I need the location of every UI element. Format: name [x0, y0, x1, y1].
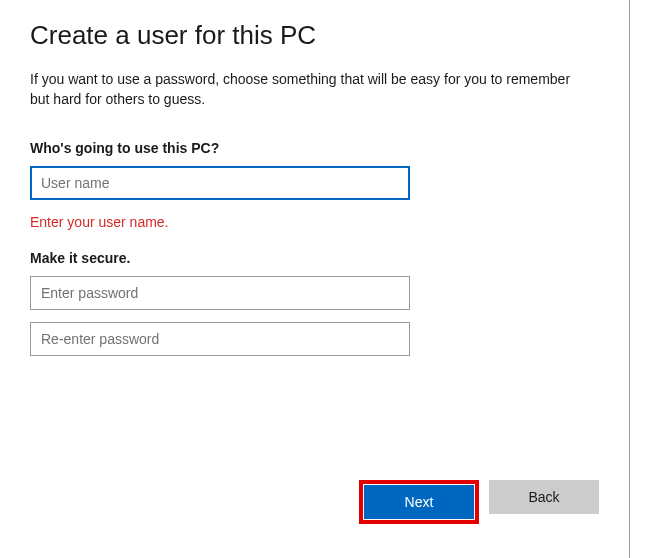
password-input[interactable] [30, 276, 410, 310]
create-user-panel: Create a user for this PC If you want to… [0, 0, 630, 558]
password-group [30, 276, 599, 356]
next-button[interactable]: Next [364, 485, 474, 519]
button-row: Next Back [359, 480, 599, 524]
username-label: Who's going to use this PC? [30, 140, 599, 156]
password-label: Make it secure. [30, 250, 599, 266]
back-button[interactable]: Back [489, 480, 599, 514]
username-error: Enter your user name. [30, 214, 599, 230]
intro-text: If you want to use a password, choose so… [30, 69, 590, 110]
page-title: Create a user for this PC [30, 20, 599, 51]
username-input[interactable] [30, 166, 410, 200]
next-highlight: Next [359, 480, 479, 524]
confirm-password-input[interactable] [30, 322, 410, 356]
